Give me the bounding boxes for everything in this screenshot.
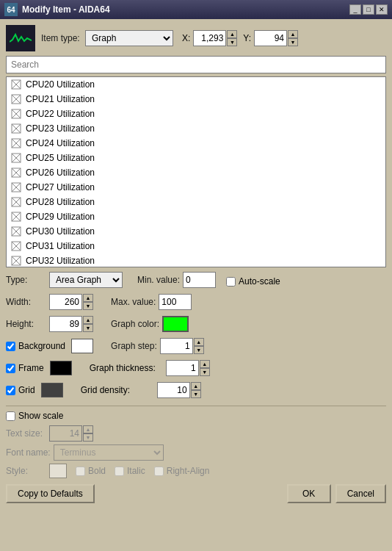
width-label: Width: <box>6 297 46 307</box>
cancel-button[interactable]: Cancel <box>335 484 386 503</box>
graph-thickness-up-button[interactable]: ▲ <box>200 360 210 368</box>
item-type-dropdown[interactable]: Graph Sensor Label <box>85 30 173 46</box>
right-align-checkbox-label: Right-Align <box>154 466 210 476</box>
width-input[interactable] <box>49 294 82 310</box>
list-item[interactable]: CPU31 Utilization <box>7 239 385 253</box>
list-item[interactable]: CPU27 Utilization <box>7 180 385 195</box>
title-bar-controls[interactable]: _ □ ✕ <box>349 4 388 15</box>
italic-label: Italic <box>127 466 145 476</box>
minimize-button[interactable]: _ <box>349 4 361 15</box>
graph-step-up-button[interactable]: ▲ <box>194 338 204 346</box>
item-type-label: Item type: <box>41 33 85 43</box>
list-item[interactable]: CPU23 Utilization <box>7 121 385 136</box>
height-spinner[interactable]: ▲ ▼ <box>49 316 93 332</box>
grid-density-spinner[interactable]: ▲ ▼ <box>157 382 201 398</box>
item-icon <box>6 25 35 51</box>
italic-checkbox <box>115 467 124 476</box>
type-form-row: Type: Area Graph Line Graph Bar Graph <box>6 272 123 288</box>
graph-thickness-form-row: Graph thickness: ▲ ▼ <box>90 360 210 376</box>
type-dropdown[interactable]: Area Graph Line Graph Bar Graph <box>49 272 123 288</box>
item-icon-cpu26 <box>10 167 23 179</box>
background-checkbox[interactable] <box>6 342 15 351</box>
list-item[interactable]: CPU32 Utilization <box>7 253 385 267</box>
item-icon-cpu28 <box>10 196 23 208</box>
list-item[interactable]: CPU29 Utilization <box>7 209 385 224</box>
maximize-button[interactable]: □ <box>363 4 374 15</box>
list-item[interactable]: CPU24 Utilization <box>7 136 385 151</box>
graph-thickness-spinner[interactable]: ▲ ▼ <box>166 360 210 376</box>
text-size-spinner: ▲ ▼ <box>49 425 93 442</box>
grid-color-swatch[interactable] <box>41 383 63 397</box>
show-scale-row: Show scale <box>6 411 386 421</box>
height-input[interactable] <box>49 316 82 332</box>
grid-checkbox[interactable] <box>6 386 15 395</box>
y-spinner[interactable]: ▲ ▼ <box>254 30 298 46</box>
background-checkbox-label[interactable]: Background <box>6 341 65 351</box>
x-input[interactable] <box>193 30 226 46</box>
item-icon-cpu32 <box>10 255 23 267</box>
graph-step-input[interactable] <box>160 338 193 354</box>
min-value-form-row: Min. value: <box>137 272 216 288</box>
width-maxval-row: Width: ▲ ▼ Max. value: <box>6 294 386 313</box>
x-up-button[interactable]: ▲ <box>227 30 237 38</box>
list-item[interactable]: CPU22 Utilization <box>7 107 385 121</box>
list-item[interactable]: CPU28 Utilization <box>7 195 385 209</box>
item-label: CPU27 Utilization <box>26 182 95 192</box>
separator <box>6 406 386 406</box>
list-item[interactable]: CPU25 Utilization <box>7 151 385 165</box>
right-align-checkbox <box>154 467 164 476</box>
item-icon-cpu23 <box>10 123 23 134</box>
y-down-button[interactable]: ▼ <box>288 38 298 46</box>
background-label: Background <box>18 341 65 351</box>
background-form-row: Background <box>6 339 93 353</box>
grid-density-down-button[interactable]: ▼ <box>191 390 201 398</box>
grid-density-up-button[interactable]: ▲ <box>191 382 201 390</box>
height-down-button[interactable]: ▼ <box>83 324 93 332</box>
show-scale-checkbox-label[interactable]: Show scale <box>6 411 63 421</box>
x-spinner[interactable]: ▲ ▼ <box>193 30 237 46</box>
y-input[interactable] <box>254 30 287 46</box>
y-label: Y: <box>243 33 251 43</box>
ok-button[interactable]: OK <box>287 484 331 503</box>
font-name-label: Font name: <box>6 447 51 458</box>
min-value-input[interactable] <box>183 272 216 288</box>
max-value-input[interactable] <box>159 294 192 310</box>
items-list[interactable]: CPU20 Utilization CPU21 Utilization CPU2… <box>6 76 386 267</box>
auto-scale-checkbox[interactable] <box>226 277 236 287</box>
y-up-button[interactable]: ▲ <box>288 30 298 38</box>
graph-thickness-down-button[interactable]: ▼ <box>200 368 210 376</box>
width-up-button[interactable]: ▲ <box>83 294 93 302</box>
min-value-label: Min. value: <box>137 275 180 285</box>
copy-defaults-button[interactable]: Copy to Defaults <box>6 484 95 503</box>
search-input[interactable] <box>6 56 386 73</box>
list-item[interactable]: CPU20 Utilization <box>7 77 385 92</box>
list-item[interactable]: CPU30 Utilization <box>7 224 385 239</box>
graph-step-spinner[interactable]: ▲ ▼ <box>160 338 204 354</box>
item-icon-cpu27 <box>10 181 23 193</box>
show-scale-checkbox[interactable] <box>6 411 15 421</box>
frame-checkbox[interactable] <box>6 364 15 373</box>
graph-color-button[interactable] <box>162 316 189 332</box>
graph-step-label: Graph step: <box>111 341 157 351</box>
list-item[interactable]: CPU21 Utilization <box>7 92 385 107</box>
frame-graphthickness-row: Frame Graph thickness: ▲ ▼ <box>6 360 386 379</box>
frame-checkbox-label[interactable]: Frame <box>6 363 44 373</box>
grid-checkbox-label[interactable]: Grid <box>6 385 35 395</box>
width-spinner[interactable]: ▲ ▼ <box>49 294 93 310</box>
text-size-label: Text size: <box>6 428 46 439</box>
graph-thickness-input[interactable] <box>166 360 199 376</box>
width-down-button[interactable]: ▼ <box>83 302 93 310</box>
list-item[interactable]: CPU26 Utilization <box>7 165 385 180</box>
close-button[interactable]: ✕ <box>376 4 388 15</box>
app-icon: 64 <box>4 3 18 16</box>
background-color-swatch[interactable] <box>71 339 93 353</box>
frame-color-swatch[interactable] <box>50 361 72 375</box>
grid-label: Grid <box>18 385 35 395</box>
type-minmax-row: Type: Area Graph Line Graph Bar Graph Mi… <box>6 272 386 291</box>
height-up-button[interactable]: ▲ <box>83 316 93 324</box>
max-value-label: Max. value: <box>111 297 156 307</box>
grid-density-input[interactable] <box>157 382 190 398</box>
x-down-button[interactable]: ▼ <box>227 38 237 46</box>
item-type-row: Item type: Graph Sensor Label X: ▲ ▼ Y: … <box>6 25 386 51</box>
graph-step-down-button[interactable]: ▼ <box>194 346 204 354</box>
